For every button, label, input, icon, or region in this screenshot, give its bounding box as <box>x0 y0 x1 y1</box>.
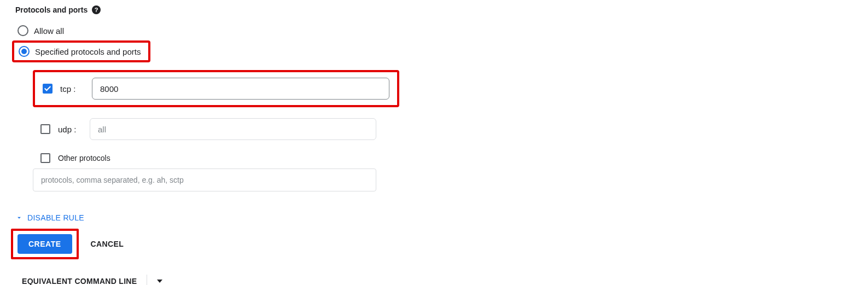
cancel-button[interactable]: CANCEL <box>89 234 126 254</box>
radio-specified[interactable] <box>19 46 30 57</box>
other-checkbox[interactable] <box>40 153 50 163</box>
radio-specified-row[interactable]: Specified protocols and ports <box>15 44 144 59</box>
udp-row: udp : <box>33 110 376 144</box>
udp-port-input[interactable] <box>90 118 376 140</box>
other-protocols-input[interactable] <box>33 168 376 191</box>
tcp-row: tcp : <box>43 78 389 100</box>
highlight-tcp: tcp : <box>33 70 399 107</box>
radio-allow-all-row[interactable]: Allow all <box>15 22 853 39</box>
other-protocols-row: Other protocols <box>33 144 376 168</box>
help-icon[interactable]: ? <box>92 5 101 14</box>
create-button[interactable]: CREATE <box>18 234 72 254</box>
button-row: CREATE CANCEL <box>15 229 853 259</box>
tcp-label: tcp : <box>60 84 84 94</box>
protocol-section: tcp : udp : Other protocols <box>33 70 376 191</box>
radio-allow-all-label: Allow all <box>34 26 64 36</box>
section-title: Protocols and ports ? <box>15 5 853 14</box>
highlight-create: CREATE <box>11 229 79 259</box>
equivalent-cmd-row[interactable]: EQUIVALENT COMMAND LINE <box>22 275 853 285</box>
other-label: Other protocols <box>58 154 110 162</box>
tcp-port-input[interactable] <box>92 78 389 100</box>
radio-allow-all[interactable] <box>18 25 28 36</box>
equivalent-cmd-label: EQUIVALENT COMMAND LINE <box>22 277 137 285</box>
disable-rule-toggle[interactable]: DISABLE RULE <box>15 213 853 222</box>
caret-down-icon[interactable] <box>157 280 162 283</box>
chevron-down-icon <box>15 214 23 222</box>
radio-specified-label: Specified protocols and ports <box>35 47 141 56</box>
highlight-specified: Specified protocols and ports <box>12 40 150 62</box>
section-title-text: Protocols and ports <box>15 5 88 14</box>
udp-label: udp : <box>58 125 82 134</box>
tcp-checkbox[interactable] <box>43 84 53 94</box>
divider <box>147 275 147 285</box>
udp-checkbox[interactable] <box>40 124 50 134</box>
disable-rule-label: DISABLE RULE <box>27 213 84 222</box>
